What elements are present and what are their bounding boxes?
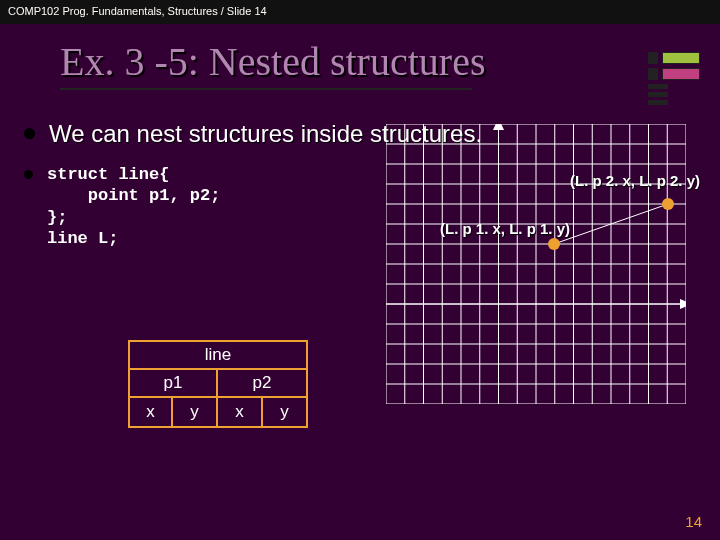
title-area: Ex. 3 -5: Nested structures — [0, 24, 720, 100]
svg-marker-33 — [493, 124, 504, 130]
content-area: We can nest structures inside structures… — [0, 100, 720, 249]
table-cell-y: y — [173, 398, 218, 428]
slide-header: COMP102 Prog. Fundamentals, Structures /… — [0, 0, 720, 24]
table-cell-p1: p1 — [128, 370, 218, 398]
svg-point-38 — [662, 198, 674, 210]
code-block: struct line{ point p1, p2; }; line L; — [47, 164, 220, 249]
svg-point-37 — [548, 238, 560, 250]
table-cell-x: x — [218, 398, 263, 428]
struct-diagram: line p1 p2 x y x y — [128, 340, 308, 428]
bullet-icon — [24, 128, 35, 139]
page-number: 14 — [685, 513, 702, 530]
svg-marker-35 — [680, 299, 686, 309]
grid-svg — [386, 124, 686, 404]
point-label-p1: (L. p 1. x, L. p 1. y) — [440, 220, 570, 237]
point-label-p2: (L. p 2. x, L. p 2. y) — [570, 172, 700, 189]
slide-title: Ex. 3 -5: Nested structures — [60, 38, 485, 85]
coordinate-graph: (L. p 1. x, L. p 1. y) (L. p 2. x, L. p … — [386, 108, 696, 408]
bullet-icon — [24, 170, 33, 179]
logo-graphic — [648, 52, 704, 100]
table-cell-x: x — [128, 398, 173, 428]
title-underline — [60, 88, 472, 90]
table-cell-p2: p2 — [218, 370, 308, 398]
table-cell-y: y — [263, 398, 308, 428]
table-cell-line: line — [128, 340, 308, 370]
